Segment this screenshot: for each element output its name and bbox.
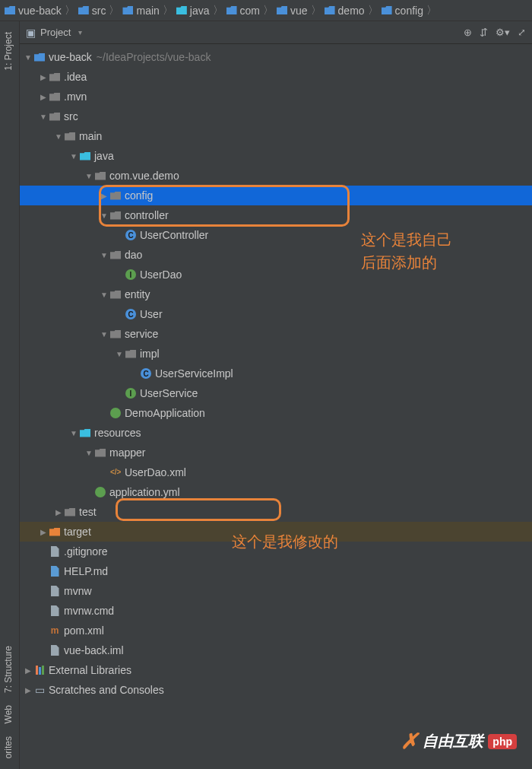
expand-arrow-icon[interactable] (53, 508, 64, 516)
file-icon (51, 546, 59, 557)
target-icon[interactable]: ⊕ (464, 27, 472, 38)
hide-icon[interactable]: ⤢ (518, 27, 526, 38)
tree-label: resources (94, 427, 141, 439)
php-badge: php (488, 734, 517, 749)
expand-arrow-icon[interactable] (53, 132, 64, 141)
expand-arrow-icon[interactable] (114, 350, 125, 358)
tree-row[interactable]: HELP.md (20, 561, 532, 581)
expand-arrow-icon[interactable] (68, 152, 79, 160)
expand-arrow-icon[interactable] (84, 172, 94, 180)
tree-label: mapper (109, 446, 145, 459)
breadcrumb-label: config (395, 5, 423, 17)
tree-row[interactable]: config (20, 186, 532, 205)
tree-row[interactable]: main (20, 126, 532, 146)
tab-web[interactable]: Web (0, 699, 17, 729)
tree-root[interactable]: vue-back ~/IdeaProjects/vue-back (20, 47, 532, 67)
expand-arrow-icon[interactable] (23, 53, 33, 62)
tree-label: vue-back (49, 51, 92, 63)
tree-row[interactable]: mvnw.cmd (20, 601, 532, 621)
breadcrumb-item-0[interactable]: vue-back (5, 5, 62, 17)
panel-title[interactable]: Project (40, 27, 71, 38)
tab-structure[interactable]: 7: Structure (0, 640, 17, 699)
tree-label: UserService (140, 387, 198, 399)
breadcrumb-label: src (92, 5, 106, 17)
tree-row[interactable]: dao (20, 245, 532, 265)
tab-project[interactable]: 1: Project (0, 26, 17, 77)
tree-row[interactable]: test (20, 502, 532, 522)
watermark: ✗ 自由互联 php (401, 729, 517, 754)
tree-row[interactable]: service (20, 324, 532, 344)
tree-label: test (79, 506, 97, 518)
class-icon: C (125, 309, 136, 319)
tree-row[interactable]: </>UserDao.xml (20, 462, 532, 482)
tree-row[interactable]: application.yml (20, 482, 532, 502)
folder-icon (125, 350, 136, 358)
expand-arrow-icon[interactable] (99, 330, 109, 338)
tab-favorites[interactable]: orites (0, 730, 17, 764)
tree-row[interactable]: entity (20, 284, 532, 304)
tree-row[interactable]: vue-back.iml (20, 640, 532, 660)
tree-row[interactable]: CUserController (20, 225, 532, 245)
expand-arrow-icon[interactable] (99, 211, 109, 220)
tree-row[interactable]: .idea (20, 67, 532, 87)
watermark-text: 自由互联 (423, 731, 483, 752)
folder-icon (49, 113, 60, 121)
breadcrumb-item-1[interactable]: src (78, 5, 106, 17)
breadcrumb-item-5[interactable]: vue (277, 5, 308, 17)
expand-arrow-icon[interactable] (38, 528, 49, 536)
tree-row[interactable]: mvnw (20, 581, 532, 601)
folder-icon (226, 6, 237, 14)
collapse-icon[interactable]: ⇵ (480, 27, 488, 38)
chevron-right-icon: 〉 (109, 4, 119, 17)
interface-icon: I (125, 269, 136, 280)
tree-label: service (125, 328, 158, 340)
tree-row[interactable]: com.vue.demo (20, 166, 532, 186)
chevron-right-icon: 〉 (213, 4, 223, 17)
expand-arrow-icon[interactable] (99, 251, 109, 259)
breadcrumb-item-6[interactable]: demo (325, 5, 365, 17)
folder-icon (277, 6, 287, 14)
library-icon (33, 666, 46, 675)
tree-row[interactable]: resources (20, 423, 532, 443)
breadcrumb-item-7[interactable]: config (382, 5, 423, 17)
tree-label: UserDao.xml (125, 466, 186, 478)
expand-arrow-icon[interactable] (99, 192, 109, 200)
tree-row[interactable]: target (20, 522, 532, 542)
tree-row[interactable]: controller (20, 205, 532, 225)
external-libraries[interactable]: External Libraries (20, 660, 532, 680)
tree-label: config (125, 189, 153, 202)
breadcrumb-label: com (240, 5, 260, 17)
tree-row[interactable]: .gitignore (20, 542, 532, 561)
expand-arrow-icon[interactable] (38, 73, 49, 81)
tree-row[interactable]: DemoApplication (20, 403, 532, 423)
expand-arrow-icon[interactable] (99, 291, 109, 299)
gear-icon[interactable]: ⚙▾ (496, 27, 510, 38)
tree-row[interactable]: java (20, 146, 532, 166)
expand-arrow-icon[interactable] (38, 113, 49, 121)
tree-row[interactable]: CUser (20, 304, 532, 324)
expand-arrow-icon[interactable] (38, 93, 49, 101)
tree-row[interactable]: CUserServiceImpl (20, 364, 532, 383)
tree-row[interactable]: IUserService (20, 383, 532, 403)
folder-icon (5, 6, 15, 14)
expand-arrow-icon[interactable] (23, 686, 33, 694)
tree-row[interactable]: IUserDao (20, 265, 532, 284)
tree-row[interactable]: impl (20, 344, 532, 364)
breadcrumb-item-2[interactable]: main (122, 5, 159, 17)
folder-icon (110, 251, 121, 259)
expand-arrow-icon[interactable] (23, 666, 33, 675)
chevron-down-icon[interactable]: ▾ (78, 28, 82, 37)
tree-row[interactable]: .mvn (20, 87, 532, 106)
breadcrumb-item-4[interactable]: com (226, 5, 260, 17)
scratches-consoles[interactable]: ▭ Scratches and Consoles (20, 680, 532, 700)
project-tree[interactable]: vue-back ~/IdeaProjects/vue-back .idea.m… (20, 44, 532, 769)
expand-arrow-icon[interactable] (68, 429, 79, 437)
expand-arrow-icon[interactable] (84, 449, 94, 457)
tree-row[interactable]: mpom.xml (20, 621, 532, 640)
tree-row[interactable]: src (20, 106, 532, 126)
breadcrumb-item-3[interactable]: java (176, 5, 210, 17)
tree-row[interactable]: mapper (20, 443, 532, 462)
project-icon: ▣ (26, 27, 36, 39)
folder-icon (95, 172, 106, 180)
project-panel: ▣ Project ▾ ⊕ ⇵ ⚙▾ ⤢ vue-back ~/IdeaProj… (20, 21, 532, 769)
